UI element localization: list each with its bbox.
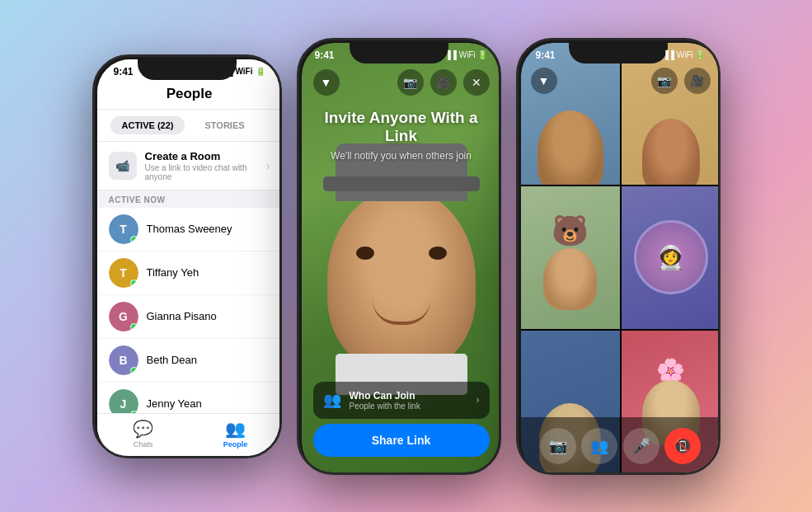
video-toggle-button[interactable]: 🎥 [430, 69, 457, 96]
tab-stories[interactable]: STORIES [193, 116, 256, 134]
time-1: 9:41 [114, 66, 134, 78]
mute-button[interactable]: 🎤 [623, 428, 659, 464]
active-indicator [130, 236, 138, 243]
face [537, 110, 603, 185]
who-can-join-title: Who Can Join [350, 390, 468, 402]
tab-chats-label: Chats [134, 440, 153, 449]
camera-button[interactable]: 📷 [540, 428, 576, 464]
space-helmet: 👩‍🚀 [634, 220, 708, 294]
participant-2 [622, 43, 720, 186]
avatar: G [109, 302, 138, 331]
p3-top-controls: ▼ 📷 🎥 [521, 68, 720, 94]
tab-active[interactable]: ACTIVE (22) [110, 116, 185, 134]
page-title: People [106, 86, 274, 102]
person-name: Thomas Sweeney [147, 223, 232, 235]
person-name: Gianna Pisano [147, 310, 217, 322]
bottom-call-controls: 📷 👥 🎤 📵 [521, 417, 720, 475]
phone-1: 9:41 ▐▐▐ WiFi 🔋 People ACTIVE (22) STORI… [92, 54, 282, 458]
status-bar-2: 9:41 ▐▐ WiFi 🔋 [302, 49, 501, 61]
who-can-join-subtitle: People with the link [350, 402, 468, 411]
top-controls: ▼ 📷 🎥 ✕ [302, 69, 501, 96]
phone-3: 🐻 👩‍🚀 [516, 38, 720, 475]
person-name: Beth Dean [147, 354, 197, 366]
status-icons-3: ▐▐ WiFi 🔋 [663, 50, 706, 59]
create-room-text: Create a Room Use a link to video chat w… [145, 150, 258, 181]
phone-3-screen: 🐻 👩‍🚀 [521, 43, 720, 475]
time-3: 9:41 [536, 49, 556, 61]
camera-flip-button[interactable]: 📷 [397, 69, 424, 96]
status-icons-2: ▐▐ WiFi 🔋 [445, 50, 488, 59]
left-eye [356, 247, 374, 260]
face-shape [327, 189, 476, 370]
list-item[interactable]: G Gianna Pisano [97, 295, 282, 339]
avatar: T [109, 258, 138, 288]
tab-chats[interactable]: 💬 Chats [97, 419, 190, 449]
invite-subtitle: We'll notify you when others join [302, 150, 501, 162]
invite-title: Invite Anyone With a Link [302, 109, 501, 147]
list-item[interactable]: T Thomas Sweeney [97, 208, 282, 251]
invite-overlay: Invite Anyone With a Link We'll notify y… [302, 109, 501, 162]
down-chevron-button[interactable]: ▼ [531, 68, 557, 94]
right-eye [429, 247, 447, 260]
people-icon: 👥 [225, 419, 246, 439]
group-button[interactable]: 👥 [581, 428, 617, 464]
create-room-icon: 📹 [109, 152, 137, 180]
astronaut-icon: 👩‍🚀 [656, 244, 685, 271]
group-icon: 👥 [323, 391, 341, 409]
participant-4: 👩‍🚀 [622, 186, 720, 329]
phone-2-screen: 9:41 ▐▐ WiFi 🔋 ▼ 📷 🎥 ✕ Invite Anyone Wit… [302, 43, 501, 475]
create-room-subtitle: Use a link to video chat with anyone [145, 163, 258, 181]
tab-people[interactable]: 👥 People [190, 419, 282, 449]
active-indicator [130, 279, 138, 287]
p3-video-button[interactable]: 🎥 [684, 68, 711, 94]
video-cell-1 [521, 43, 620, 186]
hat-brim [323, 176, 480, 191]
people-header: People [97, 81, 282, 110]
video-cell-3: 🐻 [521, 186, 620, 329]
tab-people-label: People [223, 440, 248, 449]
down-arrow-button[interactable]: ▼ [313, 69, 340, 96]
p3-camera-button[interactable]: 📷 [651, 68, 678, 94]
list-item[interactable]: T Tiffany Yeh [97, 251, 282, 295]
p3-right-controls: 📷 🎥 [651, 68, 711, 94]
battery-icon: 🔋 [256, 67, 265, 76]
video-plus-icon: 📹 [115, 159, 129, 172]
video-cell-2 [622, 43, 720, 186]
end-call-button[interactable]: 📵 [664, 428, 701, 464]
close-button[interactable]: ✕ [463, 69, 490, 96]
mouth [373, 300, 430, 325]
avatar: B [109, 345, 138, 375]
phone-1-screen: 9:41 ▐▐▐ WiFi 🔋 People ACTIVE (22) STORI… [97, 59, 282, 458]
create-room-title: Create a Room [145, 150, 258, 162]
participant-1 [521, 43, 620, 186]
who-can-join-text: Who Can Join People with the link [350, 390, 468, 411]
active-indicator [130, 367, 138, 374]
right-controls: 📷 🎥 ✕ [397, 69, 490, 96]
video-grid: 🐻 👩‍🚀 [521, 43, 720, 475]
bear-filter-icon: 🐻 [552, 214, 589, 248]
chevron-right-icon: › [476, 394, 480, 406]
participant-3: 🐻 [521, 186, 620, 329]
phone-2: 9:41 ▐▐ WiFi 🔋 ▼ 📷 🎥 ✕ Invite Anyone Wit… [297, 38, 501, 475]
wifi-icon: WiFi [235, 67, 252, 76]
status-bar-1: 9:41 ▐▐▐ WiFi 🔋 [97, 59, 282, 81]
bottom-tab-bar: 💬 Chats 👥 People [97, 413, 282, 458]
video-cell-4: 👩‍🚀 [622, 186, 720, 329]
chat-icon: 💬 [133, 419, 153, 439]
face [543, 248, 597, 310]
share-link-button[interactable]: Share Link [313, 424, 490, 457]
create-room-row[interactable]: 📹 Create a Room Use a link to video chat… [97, 142, 282, 190]
person-name: Jenny Yean [147, 397, 202, 410]
avatar: T [109, 214, 138, 244]
signal-icon: ▐▐▐ [215, 67, 232, 76]
face [642, 119, 700, 185]
time-2: 9:41 [315, 49, 335, 61]
chevron-right-icon: › [266, 159, 270, 172]
active-indicator [130, 323, 138, 331]
tabs-row: ACTIVE (22) STORIES [97, 110, 282, 142]
status-bar-3: 9:41 ▐▐ WiFi 🔋 [521, 49, 720, 61]
status-icons-1: ▐▐▐ WiFi 🔋 [215, 67, 265, 76]
list-item[interactable]: B Beth Dean [97, 339, 282, 383]
who-can-join-row[interactable]: 👥 Who Can Join People with the link › [313, 382, 490, 419]
active-now-label: ACTIVE NOW [97, 190, 282, 208]
